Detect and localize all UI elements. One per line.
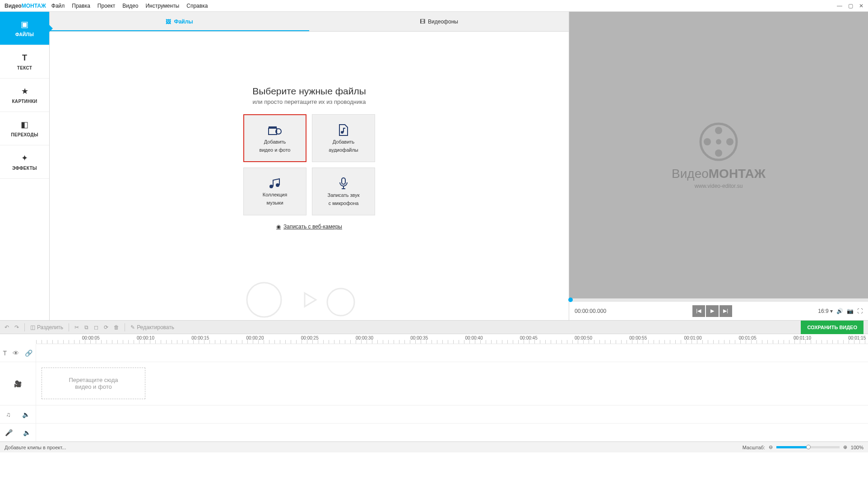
sidebar-text[interactable]: T ТЕКСТ: [0, 45, 49, 79]
music-track-icon: ♫: [6, 411, 11, 418]
split-button[interactable]: ◫ Разделить: [30, 324, 63, 331]
minimize-icon[interactable]: —: [836, 3, 843, 9]
scrubber[interactable]: [569, 298, 868, 301]
zoom-slider[interactable]: [776, 446, 840, 448]
dropzone-l2: видео и фото: [75, 383, 111, 390]
sidebar-effects[interactable]: ✦ ЭФФЕКТЫ: [0, 145, 49, 179]
svg-point-13: [704, 138, 711, 145]
voice-track-lane[interactable]: [36, 424, 868, 441]
decorative-reel-icon: [237, 279, 381, 320]
sidebar-pictures-label: КАРТИНКИ: [12, 99, 37, 104]
sidebar-text-label: ТЕКСТ: [17, 65, 32, 70]
add-video-photo-button[interactable]: Добавить видео и фото: [243, 114, 306, 162]
undo-button[interactable]: ↶: [5, 324, 9, 331]
file-area-title: Выберите нужные файлы: [252, 86, 366, 97]
star-icon: ★: [21, 86, 28, 96]
save-video-button[interactable]: СОХРАНИТЬ ВИДЕО: [801, 321, 863, 334]
maximize-icon[interactable]: ▢: [847, 3, 854, 9]
music-collection-button[interactable]: Коллекция музыки: [243, 168, 306, 215]
menu-edit[interactable]: Правка: [72, 3, 90, 9]
scrubber-handle[interactable]: [568, 298, 573, 302]
record-webcam-link[interactable]: ◉ Записать с веб-камеры: [276, 224, 342, 230]
voice-track-head: 🎤 🔈: [0, 424, 36, 441]
sidebar-transitions[interactable]: ◧ ПЕРЕХОДЫ: [0, 112, 49, 145]
ruler-tick: 00:00:35: [410, 335, 428, 340]
svg-point-12: [715, 149, 722, 157]
delete-button[interactable]: 🗑: [114, 324, 119, 331]
menu-file[interactable]: Файл: [51, 3, 65, 9]
snapshot-icon[interactable]: 📷: [847, 308, 854, 314]
svg-point-4: [269, 185, 273, 188]
webcam-label: Записать с веб-камеры: [283, 224, 342, 230]
crop-button[interactable]: ◻: [94, 324, 98, 331]
clapper-icon: [268, 124, 282, 136]
ruler-tick: 00:01:00: [684, 335, 702, 340]
image-icon: 🖼: [166, 19, 171, 25]
preview-logo: ВидеоМОНТАЖ: [672, 167, 766, 181]
ruler-tick: 00:00:55: [629, 335, 647, 340]
add-audio-button[interactable]: Добавить аудиофайлы: [312, 114, 375, 162]
svg-rect-6: [342, 178, 345, 184]
tab-backgrounds-label: Видеофоны: [428, 19, 458, 25]
zoom-percent: 100%: [851, 445, 863, 450]
zoom-in-button[interactable]: ⊕: [843, 444, 847, 450]
sidebar-files[interactable]: ▣ ФАЙЛЫ: [0, 12, 49, 45]
effects-icon: ✦: [21, 153, 28, 163]
menu-project[interactable]: Проект: [97, 3, 116, 9]
video-track-lane[interactable]: Перетащите сюда видео и фото: [36, 362, 868, 405]
visibility-icon[interactable]: 👁: [13, 349, 19, 357]
link-icon[interactable]: 🔗: [25, 349, 32, 357]
record-l1: Записать звук: [327, 192, 359, 198]
tab-files[interactable]: 🖼 Файлы: [50, 12, 309, 31]
menu-tools[interactable]: Инструменты: [145, 3, 179, 9]
menu-help[interactable]: Справка: [186, 3, 208, 9]
add-video-l1: Добавить: [264, 139, 286, 144]
text-track-lane[interactable]: [36, 344, 868, 362]
file-area: Выберите нужные файлы или просто перетащ…: [50, 32, 569, 320]
music-track-lane[interactable]: [36, 405, 868, 423]
webcam-icon: ◉: [276, 224, 281, 230]
status-hint: Добавьте клипы в проект...: [5, 445, 66, 450]
zoom-label: Масштаб:: [743, 445, 765, 450]
timeline-ruler[interactable]: 00:00:0500:00:1000:00:1500:00:2000:00:25…: [36, 334, 868, 344]
aspect-ratio-selector[interactable]: 16:9 ▾: [818, 308, 833, 314]
timecode: 00:00:00.000: [575, 308, 606, 314]
zoom-out-button[interactable]: ⊖: [769, 444, 773, 450]
ruler-tick: 00:00:25: [301, 335, 319, 340]
close-icon[interactable]: ✕: [858, 3, 864, 9]
dropzone-l1: Перетащите сюда: [69, 377, 118, 383]
rotate-button[interactable]: ⟳: [104, 324, 108, 331]
menu-items: Файл Правка Проект Видео Инструменты Спр…: [51, 3, 208, 9]
add-audio-l1: Добавить: [333, 139, 355, 144]
copy-button[interactable]: ⧉: [84, 324, 88, 331]
ruler-tick: 00:00:20: [246, 335, 264, 340]
fullscreen-icon[interactable]: ⛶: [857, 308, 863, 314]
menu-video[interactable]: Видео: [122, 3, 138, 9]
menubar: ВидеоМОНТАЖ Файл Правка Проект Видео Инс…: [0, 0, 868, 12]
tab-files-label: Файлы: [174, 19, 193, 25]
edit-button[interactable]: ✎ Редактировать: [130, 324, 174, 331]
redo-button[interactable]: ↷: [14, 324, 19, 331]
timeline-toolbar: ↶ ↷ ◫ Разделить ✂ ⧉ ◻ ⟳ 🗑 ✎ Редактироват…: [0, 320, 868, 334]
play-button[interactable]: ▶: [706, 305, 719, 317]
mute-icon[interactable]: 🔈: [23, 429, 31, 436]
text-icon: T: [22, 53, 27, 63]
mute-icon[interactable]: 🔈: [22, 411, 30, 418]
music-notes-icon: [269, 177, 281, 189]
volume-icon[interactable]: 🔊: [836, 308, 843, 314]
video-dropzone[interactable]: Перетащите сюда видео и фото: [42, 368, 145, 399]
music-track: ♫ 🔈: [0, 405, 868, 424]
svg-point-11: [715, 127, 722, 134]
tab-backgrounds[interactable]: 🎞 Видеофоны: [309, 12, 569, 31]
sidebar-effects-label: ЭФФЕКТЫ: [12, 166, 37, 171]
cut-button[interactable]: ✂: [74, 324, 79, 331]
sidebar-pictures[interactable]: ★ КАРТИНКИ: [0, 79, 49, 112]
record-mic-button[interactable]: Записать звук с микрофона: [312, 168, 375, 215]
voice-track-icon: 🎤: [5, 429, 13, 436]
prev-frame-button[interactable]: |◀: [692, 305, 705, 317]
ruler-tick: 00:01:05: [739, 335, 757, 340]
svg-rect-1: [269, 126, 277, 129]
next-frame-button[interactable]: ▶|: [719, 305, 732, 317]
files-icon: ▣: [21, 19, 28, 29]
svg-point-8: [327, 289, 354, 316]
